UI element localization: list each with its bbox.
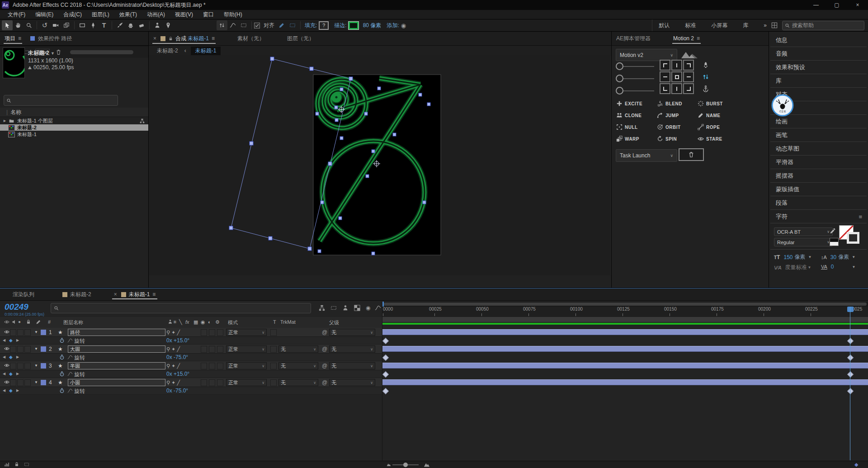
font-family-dropdown[interactable]: OCR-A BT∨ — [774, 227, 833, 236]
workspace-small-screen[interactable]: 小屏幕 — [711, 22, 727, 29]
parent-column[interactable]: 父级 — [329, 319, 339, 326]
tab-effect-controls[interactable]: 效果控件 路径 — [26, 32, 76, 45]
parent-dropdown[interactable]: 无∨ — [329, 329, 375, 336]
layer-row-1[interactable]: ▼ 1 ★ 路径 ⚲ ✦ ╱ 正常∨ @ 无∨ — [0, 328, 382, 337]
slider-row-3[interactable] — [616, 87, 654, 95]
graph-icon[interactable] — [67, 338, 73, 343]
anchor-mid-left-button[interactable] — [660, 71, 670, 82]
jump-button[interactable]: JUMP — [657, 112, 679, 118]
anchor-top-left-button[interactable] — [660, 60, 670, 71]
stroke-swatch[interactable] — [349, 22, 359, 29]
next-keyframe-icon[interactable]: ▶ — [16, 355, 19, 359]
task-launch-dropdown[interactable]: Task Launch∨ — [616, 149, 677, 162]
close-tab-icon[interactable]: × — [114, 291, 117, 298]
transform-box-icon[interactable] — [24, 462, 29, 467]
panel-tab-libraries[interactable]: 库 — [770, 75, 867, 88]
leading-control[interactable]: ↕A 30 像素 ▼ — [821, 253, 855, 261]
panel-tab-character[interactable]: 字符≡ — [770, 210, 867, 223]
menu-file[interactable]: 文件(F) — [3, 11, 30, 19]
fill-swatch[interactable]: ? — [319, 21, 329, 30]
anchor-bottom-center-button[interactable] — [671, 83, 682, 94]
project-row-comp1[interactable]: 未标题-1 — [0, 131, 148, 137]
graph-icon[interactable] — [67, 371, 73, 377]
null-button[interactable]: NULL — [616, 124, 638, 130]
anchor-bottom-right-button[interactable] — [683, 83, 694, 94]
menu-help[interactable]: 帮助(H) — [219, 11, 247, 19]
panel-menu-icon[interactable]: ≡ — [152, 291, 156, 298]
tab-render-queue[interactable]: 渲染队列 — [8, 288, 39, 300]
tab-timeline-comp2[interactable]: 未标题-2 — [57, 288, 96, 300]
spin-button[interactable]: SPIN — [657, 136, 677, 142]
graph-editor-icon[interactable] — [375, 305, 381, 311]
keyframe[interactable] — [847, 371, 854, 378]
trash-icon[interactable] — [56, 49, 61, 55]
eye-icon[interactable] — [4, 363, 9, 368]
time-ruler[interactable]: 0000 00025 00050 00075 00100 00125 00150… — [382, 307, 868, 317]
tab-project[interactable]: 项目≡ — [0, 32, 26, 45]
workspace-standard[interactable]: 标准 — [685, 22, 696, 29]
warp-button[interactable]: WARP — [616, 136, 639, 142]
workspace-default[interactable]: 默认 — [659, 22, 670, 29]
eyedropper-icon[interactable] — [830, 227, 836, 234]
tab-script-manager[interactable]: AE脚本管理器 — [612, 32, 655, 45]
tracking-control[interactable]: VA 0 ▼ — [821, 264, 855, 270]
mask-expansion-icon[interactable] — [287, 20, 298, 30]
panel-tab-info[interactable]: 信息 — [770, 34, 867, 47]
switch-icons[interactable]: ⚲ ✦ ╱ — [166, 330, 180, 336]
updown-arrows-icon[interactable] — [702, 73, 709, 80]
delete-button[interactable] — [679, 148, 704, 161]
close-button[interactable]: × — [847, 0, 868, 10]
panel-tab-effects-presets[interactable]: 效果和预设 — [770, 61, 867, 74]
property-name[interactable]: 旋转 — [74, 354, 85, 362]
keyframe[interactable] — [847, 388, 854, 394]
anchor-icon[interactable] — [702, 85, 709, 92]
project-columns-header[interactable]: |名称 — [0, 108, 148, 117]
property-name[interactable]: 旋转 — [74, 371, 85, 378]
trkmat-dropdown[interactable]: 无∨ — [278, 362, 318, 369]
stare-button[interactable]: STARE — [698, 136, 722, 142]
maximize-button[interactable]: ▢ — [826, 0, 847, 10]
add-keyframe-icon[interactable]: ◆ — [9, 388, 13, 393]
add-keyframe-icon[interactable]: ◆ — [9, 338, 13, 343]
panel-tab-mask-interpolation[interactable]: 蒙版插值 — [770, 183, 867, 196]
pickwhip-icon[interactable]: @ — [322, 363, 327, 369]
add-label[interactable]: 添加: — [387, 22, 399, 29]
eye-icon[interactable] — [4, 346, 9, 351]
keyframe[interactable] — [847, 338, 854, 344]
project-search-box[interactable] — [4, 95, 118, 106]
anchor-top-center-button[interactable] — [671, 60, 682, 71]
stopwatch-icon[interactable] — [59, 388, 65, 393]
world-axis-mode[interactable] — [227, 20, 238, 30]
slider-row-2[interactable] — [616, 75, 654, 82]
pen-tool[interactable] — [88, 20, 99, 30]
panel-menu-icon[interactable]: ≡ — [212, 35, 215, 42]
timeline-split-divider[interactable] — [382, 302, 382, 461]
panel-menu-icon[interactable]: ≡ — [697, 35, 700, 42]
breadcrumb-current[interactable]: 未标题-1 — [191, 47, 221, 55]
parent-dropdown[interactable]: 无∨ — [329, 362, 375, 369]
workspace-grid-icon[interactable] — [771, 22, 778, 29]
time-navigator[interactable] — [382, 302, 868, 307]
panel-tab-smoother[interactable]: 平滑器 — [770, 156, 867, 169]
playhead-line[interactable] — [850, 307, 850, 460]
puppet-pin-tool[interactable] — [163, 20, 174, 30]
stopwatch-icon[interactable] — [59, 371, 65, 377]
workspace-overflow[interactable]: » — [764, 22, 767, 28]
rotation-value[interactable]: 0x +15.0° — [166, 371, 189, 377]
add-keyframe-icon[interactable]: ◆ — [9, 371, 13, 376]
keyframe[interactable] — [382, 388, 389, 394]
help-search-box[interactable]: 搜索帮助 — [782, 21, 864, 30]
menu-view[interactable]: 视图(V) — [170, 11, 198, 19]
comp-mini-flowchart-icon[interactable] — [319, 305, 325, 311]
playhead-handle[interactable] — [847, 307, 854, 312]
rope-button[interactable]: ROPE — [698, 124, 720, 130]
stopwatch-icon[interactable] — [59, 355, 65, 360]
keyframe[interactable] — [847, 355, 854, 361]
blend-mode-dropdown[interactable]: 正常∨ — [226, 362, 267, 369]
tab-motion2[interactable]: Motion 2≡ — [669, 32, 704, 45]
rocket-icon[interactable] — [702, 61, 709, 69]
layer-duration-bar[interactable] — [382, 346, 868, 352]
layer-name[interactable]: 小圆 — [68, 379, 165, 386]
panel-tab-paragraph[interactable]: 段落 — [770, 197, 867, 210]
deer-logo-badge[interactable]: 行走者 — [771, 94, 794, 118]
